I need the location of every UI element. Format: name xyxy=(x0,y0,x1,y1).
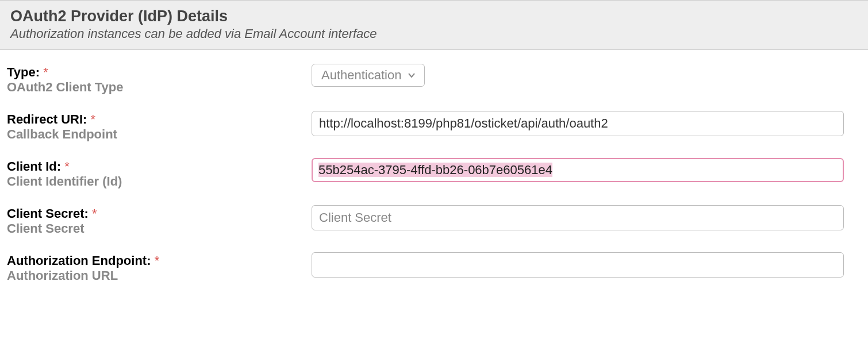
redirect-uri-label: Redirect URI: xyxy=(7,112,87,126)
field-col-auth-endpoint xyxy=(312,252,861,278)
client-id-input[interactable]: 55b254ac-3795-4ffd-bb26-06b7e60561e4 xyxy=(312,158,844,182)
row-type: Type: * OAuth2 Client Type Authenticatio… xyxy=(7,56,861,103)
label-col-client-id: Client Id: * Client Identifier (Id) xyxy=(7,158,312,189)
required-mark: * xyxy=(92,206,97,221)
row-client-secret: Client Secret: * Client Secret xyxy=(7,197,861,244)
chevron-down-icon xyxy=(407,71,416,80)
required-mark: * xyxy=(64,159,70,174)
auth-endpoint-label: Authorization Endpoint: xyxy=(7,253,151,268)
type-label: Type: xyxy=(7,65,40,79)
client-secret-label: Client Secret: xyxy=(7,206,89,221)
label-col-client-secret: Client Secret: * Client Secret xyxy=(7,205,312,236)
required-mark: * xyxy=(90,112,95,126)
form-section: Type: * OAuth2 Client Type Authenticatio… xyxy=(0,50,868,297)
client-secret-hint: Client Secret xyxy=(7,221,312,236)
field-col-type: Authentication xyxy=(312,64,861,87)
type-hint: OAuth2 Client Type xyxy=(7,80,312,95)
auth-endpoint-hint: Authorization URL xyxy=(7,268,312,283)
client-secret-input[interactable] xyxy=(312,205,844,230)
field-col-redirect-uri xyxy=(312,111,861,136)
required-mark: * xyxy=(155,253,160,268)
label-col-type: Type: * OAuth2 Client Type xyxy=(7,64,312,95)
field-col-client-id: 55b254ac-3795-4ffd-bb26-06b7e60561e4 xyxy=(312,158,861,182)
section-header: OAuth2 Provider (IdP) Details Authorizat… xyxy=(0,0,868,50)
label-col-auth-endpoint: Authorization Endpoint: * Authorization … xyxy=(7,252,312,283)
type-select[interactable]: Authentication xyxy=(312,64,425,87)
field-col-client-secret xyxy=(312,205,861,230)
redirect-uri-hint: Callback Endpoint xyxy=(7,127,312,142)
auth-endpoint-input[interactable] xyxy=(312,252,844,278)
section-subtitle: Authorization instances can be added via… xyxy=(10,26,858,41)
row-client-id: Client Id: * Client Identifier (Id) 55b2… xyxy=(7,150,861,197)
required-mark: * xyxy=(43,65,48,79)
row-auth-endpoint: Authorization Endpoint: * Authorization … xyxy=(7,244,861,291)
client-id-label: Client Id: xyxy=(7,159,61,174)
redirect-uri-input[interactable] xyxy=(312,111,844,136)
client-id-value: 55b254ac-3795-4ffd-bb26-06b7e60561e4 xyxy=(318,163,552,177)
label-col-redirect-uri: Redirect URI: * Callback Endpoint xyxy=(7,111,312,142)
client-id-hint: Client Identifier (Id) xyxy=(7,174,312,189)
section-title: OAuth2 Provider (IdP) Details xyxy=(10,7,858,25)
row-redirect-uri: Redirect URI: * Callback Endpoint xyxy=(7,103,861,150)
type-select-value: Authentication xyxy=(321,68,401,83)
